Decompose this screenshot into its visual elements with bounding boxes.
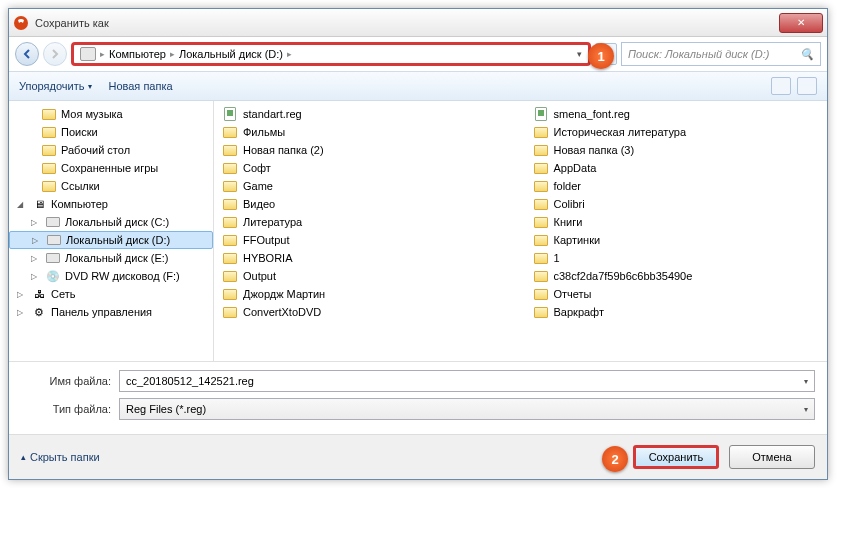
file-label: Историческая литература — [554, 126, 687, 138]
search-placeholder: Поиск: Локальный диск (D:) — [628, 48, 769, 60]
file-item-folder[interactable]: Фильмы — [222, 123, 509, 141]
file-item-reg[interactable]: smena_font.reg — [533, 105, 820, 123]
file-item-folder[interactable]: ConvertXtoDVD — [222, 303, 509, 321]
file-item-folder[interactable]: Colibri — [533, 195, 820, 213]
content-area: Моя музыка Поиски Рабочий стол Сохраненн… — [9, 101, 827, 361]
filename-label: Имя файла: — [21, 375, 111, 387]
drive-icon — [80, 47, 96, 61]
tree-item-links[interactable]: Ссылки — [9, 177, 213, 195]
tree-item-mymusic[interactable]: Моя музыка — [9, 105, 213, 123]
file-item-folder[interactable]: Софт — [222, 159, 509, 177]
window-title: Сохранить как — [35, 17, 779, 29]
new-folder-button[interactable]: Новая папка — [108, 80, 172, 92]
folder-icon — [533, 197, 549, 211]
chevron-up-icon: ▴ — [21, 452, 26, 462]
chevron-right-icon: ▸ — [100, 49, 105, 59]
back-button[interactable] — [15, 42, 39, 66]
file-item-folder[interactable]: Output — [222, 267, 509, 285]
file-label: Game — [243, 180, 273, 192]
help-button[interactable] — [797, 77, 817, 95]
folder-icon — [222, 233, 238, 247]
file-label: Литература — [243, 216, 302, 228]
file-item-folder[interactable]: 1 — [533, 249, 820, 267]
callout-2: 2 — [602, 446, 628, 472]
file-label: Джордж Мартин — [243, 288, 325, 300]
file-label: Книги — [554, 216, 583, 228]
chevron-down-icon[interactable]: ▾ — [577, 49, 582, 59]
folder-icon — [533, 287, 549, 301]
file-item-folder[interactable]: HYBORIA — [222, 249, 509, 267]
filename-area: Имя файла: cc_20180512_142521.reg▾ Тип ф… — [9, 361, 827, 434]
chevron-right-icon: ▸ — [170, 49, 175, 59]
tree-item-dvd[interactable]: ▷💿DVD RW дисковод (F:) — [9, 267, 213, 285]
tree-item-savedgames[interactable]: Сохраненные игры — [9, 159, 213, 177]
chevron-right-icon: ▸ — [287, 49, 292, 59]
tree-item-searches[interactable]: Поиски — [9, 123, 213, 141]
app-icon — [13, 15, 29, 31]
file-label: Картинки — [554, 234, 601, 246]
file-item-folder[interactable]: Отчеты — [533, 285, 820, 303]
folder-icon — [222, 215, 238, 229]
file-label: Фильмы — [243, 126, 285, 138]
file-item-folder[interactable]: Новая папка (3) — [533, 141, 820, 159]
tree-item-computer[interactable]: ◢🖥Компьютер — [9, 195, 213, 213]
breadcrumb-drive[interactable]: Локальный диск (D:) — [179, 48, 283, 60]
breadcrumb[interactable]: ▸ Компьютер ▸ Локальный диск (D:) ▸ ▾ 1 — [71, 42, 591, 66]
file-label: Новая папка (3) — [554, 144, 635, 156]
close-button[interactable]: ✕ — [779, 13, 823, 33]
tree-item-drive-e[interactable]: ▷Локальный диск (E:) — [9, 249, 213, 267]
file-list[interactable]: standart.regФильмыНовая папка (2)СофтGam… — [214, 101, 827, 361]
file-label: FFOutput — [243, 234, 289, 246]
file-label: smena_font.reg — [554, 108, 630, 120]
breadcrumb-computer[interactable]: Компьютер — [109, 48, 166, 60]
nav-tree[interactable]: Моя музыка Поиски Рабочий стол Сохраненн… — [9, 101, 214, 361]
cancel-button[interactable]: Отмена — [729, 445, 815, 469]
file-label: 1 — [554, 252, 560, 264]
file-item-folder[interactable]: FFOutput — [222, 231, 509, 249]
expand-icon: ▷ — [31, 218, 41, 227]
forward-button[interactable] — [43, 42, 67, 66]
tree-item-desktop[interactable]: Рабочий стол — [9, 141, 213, 159]
chevron-down-icon: ▾ — [88, 82, 92, 91]
save-button[interactable]: 2 Сохранить — [633, 445, 719, 469]
file-item-folder[interactable]: Новая папка (2) — [222, 141, 509, 159]
filetype-label: Тип файла: — [21, 403, 111, 415]
folder-icon — [533, 305, 549, 319]
tree-item-drive-d[interactable]: ▷Локальный диск (D:) — [9, 231, 213, 249]
folder-icon — [533, 251, 549, 265]
file-item-folder[interactable]: Историческая литература — [533, 123, 820, 141]
file-item-folder[interactable]: c38cf2da7f59b6c6bb35490e — [533, 267, 820, 285]
search-icon: 🔍 — [800, 48, 814, 61]
folder-icon — [533, 125, 549, 139]
file-item-folder[interactable]: Картинки — [533, 231, 820, 249]
tree-item-controlpanel[interactable]: ▷⚙Панель управления — [9, 303, 213, 321]
view-mode-button[interactable] — [771, 77, 791, 95]
tree-item-network[interactable]: ▷🖧Сеть — [9, 285, 213, 303]
reg-icon — [533, 107, 549, 121]
file-label: HYBORIA — [243, 252, 293, 264]
tree-item-drive-c[interactable]: ▷Локальный диск (C:) — [9, 213, 213, 231]
expand-icon: ▷ — [32, 236, 42, 245]
expand-icon: ▷ — [17, 308, 27, 317]
file-item-folder[interactable]: Game — [222, 177, 509, 195]
file-item-folder[interactable]: Литература — [222, 213, 509, 231]
file-label: AppData — [554, 162, 597, 174]
search-input[interactable]: Поиск: Локальный диск (D:) 🔍 — [621, 42, 821, 66]
file-label: Отчеты — [554, 288, 592, 300]
filename-input[interactable]: cc_20180512_142521.reg▾ — [119, 370, 815, 392]
hide-folders-link[interactable]: ▴Скрыть папки — [21, 451, 100, 463]
file-label: folder — [554, 180, 582, 192]
organize-button[interactable]: Упорядочить ▾ — [19, 80, 92, 92]
file-item-folder[interactable]: Варкрафт — [533, 303, 820, 321]
filetype-select[interactable]: Reg Files (*.reg)▾ — [119, 398, 815, 420]
folder-icon — [222, 287, 238, 301]
file-item-reg[interactable]: standart.reg — [222, 105, 509, 123]
folder-icon — [222, 251, 238, 265]
expand-icon: ▷ — [31, 272, 41, 281]
chevron-down-icon: ▾ — [804, 405, 808, 414]
file-item-folder[interactable]: Джордж Мартин — [222, 285, 509, 303]
file-item-folder[interactable]: AppData — [533, 159, 820, 177]
file-item-folder[interactable]: Книги — [533, 213, 820, 231]
file-item-folder[interactable]: folder — [533, 177, 820, 195]
file-item-folder[interactable]: Видео — [222, 195, 509, 213]
